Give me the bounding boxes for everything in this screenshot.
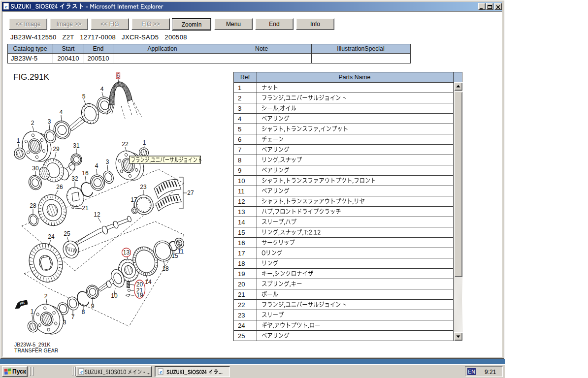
svg-text:e: e bbox=[80, 369, 83, 375]
svg-text:e: e bbox=[5, 3, 7, 9]
svg-text:e: e bbox=[160, 369, 162, 375]
